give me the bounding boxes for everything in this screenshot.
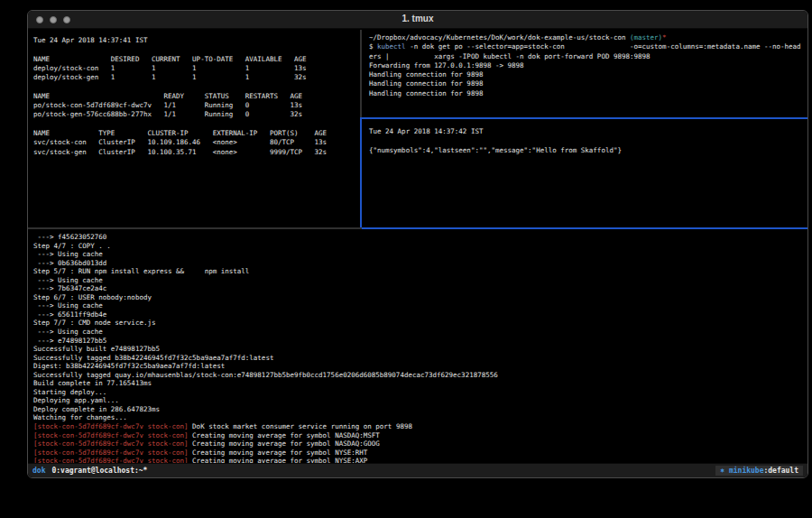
pane-service-response[interactable]: Tue 24 Apr 2018 14:37:42 IST {"numsymbol… (362, 119, 807, 227)
status-session-name: dok (32, 467, 45, 475)
status-kube-context: ⎈ minikube :default (715, 466, 803, 476)
tmux-session: Tue 24 Apr 2018 14:37:41 IST NAME DESIRE… (28, 30, 807, 477)
terminal-line: Successfully built e74898127bb5 (33, 345, 807, 354)
status-window-tab[interactable]: 0:vagrant@localhost:~* (51, 467, 147, 475)
terminal-line: deploy/stock-gen 1 1 1 1 32s (33, 73, 360, 82)
terminal-line: Handling connection for 9898 (369, 89, 807, 98)
terminal-line: Handling connection for 9898 (369, 79, 807, 88)
terminal-line: Watching for changes... (33, 413, 807, 422)
terminal-line: ---> Using cache (33, 328, 807, 337)
terminal-line: ---> e74898127bb5 (33, 337, 807, 346)
terminal-line: {"numsymbols":4,"lastseen":"","message":… (369, 146, 807, 155)
terminal-line: [stock-con-5d7df689cf-dwc7v stock-con] C… (33, 457, 807, 463)
terminal-line: ~/Dropbox/advocacy/Kubernetes/DoK/work/d… (369, 33, 807, 42)
kube-context-icon-label: ⎈ minikube (720, 467, 763, 475)
terminal-line: Tue 24 Apr 2018 14:37:42 IST (369, 127, 807, 136)
terminal-line: NAME READY STATUS RESTARTS AGE (33, 92, 360, 101)
terminal-line: Step 6/7 : USER nobody:nobody (33, 293, 807, 302)
terminal-line: [stock-con-5d7df689cf-dwc7v stock-con] C… (33, 439, 807, 449)
terminal-line (33, 82, 360, 91)
terminal-line: Step 5/7 : RUN npm install express && np… (33, 267, 807, 276)
terminal-line: ---> 65611ff9db4e (33, 310, 807, 319)
terminal-line: [stock-con-5d7df689cf-dwc7v stock-con] D… (33, 422, 807, 431)
terminal-line (33, 45, 360, 54)
right-pane-column: ~/Dropbox/advocacy/Kubernetes/DoK/work/d… (362, 30, 807, 227)
terminal-line: Successfully tagged b38b42246945fd7f32c5… (33, 354, 807, 363)
terminal-line: Tue 24 Apr 2018 14:37:41 IST (33, 36, 360, 45)
terminal-line: $ kubectl -n dok get po --selector=app=s… (369, 42, 807, 51)
window-title: 1. tmux (28, 14, 807, 23)
terminal-line: [stock-con-5d7df689cf-dwc7v stock-con] C… (33, 431, 807, 440)
terminal-line: Step 4/7 : COPY . . (33, 242, 807, 251)
terminal-line: Forwarding from 127.0.0.1:9898 -> 9898 (369, 61, 807, 70)
top-pane-row: Tue 24 Apr 2018 14:37:41 IST NAME DESIRE… (28, 30, 807, 227)
terminal-line: Successfully tagged quay.io/mhausenblas/… (33, 371, 807, 380)
tmux-status-bar: dok 0:vagrant@localhost:~* ⎈ minikube :d… (28, 463, 807, 477)
terminal-window: 1. tmux Tue 24 Apr 2018 14:37:41 IST NAM… (27, 10, 808, 478)
window-titlebar[interactable]: 1. tmux (28, 11, 807, 29)
terminal-line: NAME TYPE CLUSTER-IP EXTERNAL-IP PORT(S)… (33, 129, 360, 138)
terminal-line: svc/stock-con ClusterIP 10.109.186.46 <n… (33, 138, 360, 147)
terminal-line: ---> Using cache (33, 276, 807, 285)
terminal-line: Digest: b38b42246945fd7f32c5ba9aea7af7fd… (33, 362, 807, 371)
terminal-line: Build complete in 77.165413ms (33, 379, 807, 388)
terminal-line: ---> Using cache (33, 250, 807, 259)
terminal-line (33, 120, 360, 129)
terminal-line: po/stock-con-5d7df689cf-dwc7v 1/1 Runnin… (33, 101, 360, 110)
terminal-line: Step 7/7 : CMD node service.js (33, 319, 807, 328)
terminal-line: deploy/stock-con 1 1 1 1 13s (33, 64, 360, 73)
terminal-line: NAME DESIRED CURRENT UP-TO-DATE AVAILABL… (33, 55, 360, 64)
terminal-line: svc/stock-gen ClusterIP 10.100.35.71 <no… (33, 148, 360, 157)
pane-skaffold-build-log[interactable]: ---> f45623052760Step 4/7 : COPY . . ---… (28, 229, 807, 463)
terminal-line: ---> 7b6347ce2a4c (33, 284, 807, 293)
terminal-line: ---> Using cache (33, 301, 807, 310)
terminal-line: Deploy complete in 286.647823ms (33, 405, 807, 414)
terminal-line: Starting deploy... (33, 388, 807, 397)
terminal-line: ---> f45623052760 (33, 233, 807, 242)
kube-namespace-label: :default (763, 467, 798, 475)
terminal-line: po/stock-gen-576cc688bb-277hx 1/1 Runnin… (33, 110, 360, 119)
pane-port-forward[interactable]: ~/Dropbox/advocacy/Kubernetes/DoK/work/d… (362, 30, 807, 117)
terminal-line: Handling connection for 9898 (369, 70, 807, 79)
terminal-line: [stock-con-5d7df689cf-dwc7v stock-con] C… (33, 449, 807, 458)
terminal-line: ---> 0b636bd013dd (33, 259, 807, 268)
pane-kubectl-watch[interactable]: Tue 24 Apr 2018 14:37:41 IST NAME DESIRE… (28, 30, 360, 227)
terminal-line (369, 136, 807, 145)
terminal-line: ers | xargs -IPOD kubectl -n dok port-fo… (369, 52, 807, 61)
terminal-line: Deploying app.yaml... (33, 396, 807, 405)
